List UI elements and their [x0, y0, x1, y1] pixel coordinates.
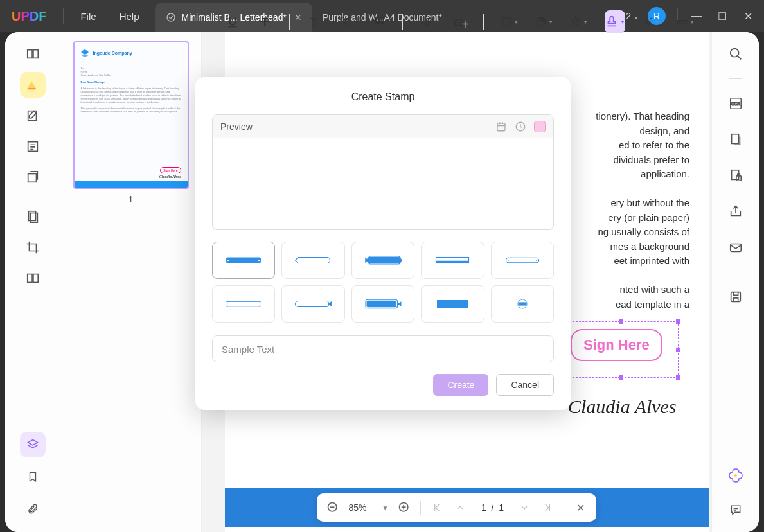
- right-toolbar: OCR: [711, 32, 759, 532]
- textbox-button[interactable]: T: [338, 13, 353, 31]
- email-button[interactable]: [723, 235, 749, 260]
- layers-button[interactable]: [20, 432, 46, 457]
- stamp-shape-2[interactable]: [281, 242, 344, 279]
- zoom-level[interactable]: 85%▼: [349, 502, 389, 513]
- first-page-button[interactable]: [430, 501, 444, 515]
- svg-rect-38: [506, 258, 538, 263]
- thumbnail-page-number: 1: [67, 194, 195, 204]
- prev-page-button[interactable]: [453, 501, 467, 515]
- eraser-button[interactable]: [451, 13, 466, 31]
- stamp-shape-grid: [212, 242, 554, 323]
- svg-rect-7: [27, 274, 31, 283]
- stamp-shape-3[interactable]: [351, 242, 414, 279]
- svg-text:T: T: [344, 19, 348, 26]
- close-button[interactable]: ✕: [736, 6, 760, 26]
- shape-button[interactable]: ▼: [501, 13, 519, 31]
- svg-rect-8: [33, 274, 37, 283]
- zoom-out-button[interactable]: [326, 501, 340, 515]
- divider: [26, 197, 39, 197]
- underline-button[interactable]: [225, 13, 240, 31]
- zoom-in-button[interactable]: [397, 501, 411, 515]
- svg-rect-17: [730, 244, 741, 252]
- svg-point-11: [730, 49, 738, 57]
- signature-button[interactable]: ▼: [642, 13, 660, 31]
- stamp-shape-9[interactable]: [421, 285, 484, 323]
- svg-rect-14: [731, 134, 738, 144]
- svg-point-39: [508, 260, 509, 261]
- cancel-button[interactable]: Cancel: [496, 374, 554, 396]
- stamp-text-input[interactable]: [212, 335, 554, 362]
- svg-point-19: [734, 474, 737, 477]
- attachment-button[interactable]: [20, 496, 46, 522]
- app-logo: UPDF: [12, 9, 46, 24]
- svg-rect-46: [366, 301, 396, 308]
- reader-tool[interactable]: [20, 41, 46, 67]
- last-page-button[interactable]: [540, 501, 555, 515]
- ai-button[interactable]: [723, 463, 749, 488]
- strikethrough-button[interactable]: T: [257, 13, 272, 31]
- search-button[interactable]: [723, 41, 749, 67]
- divider: [63, 8, 64, 24]
- pages-tool[interactable]: [20, 204, 46, 229]
- ocr-button[interactable]: OCR: [723, 91, 749, 116]
- page-indicator[interactable]: 1 / 1: [476, 502, 508, 513]
- svg-point-40: [536, 260, 537, 261]
- next-page-button[interactable]: [517, 501, 531, 515]
- stamp-shape-4[interactable]: [421, 242, 484, 279]
- menu-file[interactable]: File: [69, 7, 107, 26]
- edit-tool[interactable]: [20, 103, 46, 129]
- crop-tool[interactable]: [20, 235, 46, 260]
- ruler-button[interactable]: ▼: [677, 13, 695, 31]
- stamp-shape-1[interactable]: [212, 242, 275, 279]
- save-button[interactable]: [723, 284, 749, 310]
- create-button[interactable]: Create: [433, 374, 488, 396]
- svg-rect-1: [27, 88, 35, 90]
- svg-point-43: [260, 301, 261, 302]
- svg-point-33: [227, 260, 229, 261]
- share-button[interactable]: [723, 199, 749, 224]
- svg-rect-27: [502, 18, 510, 26]
- divider: [729, 272, 742, 272]
- pin-button[interactable]: ▼: [570, 13, 588, 31]
- comment-button[interactable]: [723, 497, 749, 523]
- svg-rect-48: [437, 300, 468, 308]
- highlight-tool[interactable]: [20, 72, 46, 98]
- text-button[interactable]: T: [306, 13, 321, 31]
- create-stamp-dialog: Create Stamp Preview Create Cancel: [195, 77, 571, 410]
- svg-rect-18: [731, 292, 740, 302]
- stamp-shape-8[interactable]: [351, 285, 414, 323]
- calendar-icon[interactable]: [495, 121, 507, 132]
- form-tool[interactable]: [20, 134, 46, 159]
- stamp-shape-6[interactable]: [212, 285, 275, 323]
- stamp-shape-10[interactable]: [491, 285, 554, 323]
- pencil-button[interactable]: [420, 13, 435, 31]
- svg-rect-4: [28, 174, 36, 182]
- close-nav-button[interactable]: ✕: [573, 501, 587, 515]
- compare-tool[interactable]: [20, 265, 46, 291]
- organize-tool[interactable]: [20, 164, 46, 190]
- clock-icon[interactable]: [515, 121, 526, 132]
- stamp-shape-5[interactable]: [491, 242, 554, 279]
- thumbnail-panel: Ingoude Company ToNameStreet Address, Ci…: [60, 32, 202, 532]
- dialog-title: Create Stamp: [212, 91, 554, 103]
- svg-rect-29: [678, 21, 688, 24]
- sticker-button[interactable]: ▼: [535, 13, 553, 31]
- convert-button[interactable]: [723, 127, 749, 152]
- svg-rect-50: [518, 302, 526, 305]
- protect-button[interactable]: [723, 163, 749, 188]
- stamp-shape-7[interactable]: [281, 285, 344, 323]
- maximize-button[interactable]: ☐: [710, 6, 734, 26]
- color-swatch[interactable]: [534, 121, 546, 132]
- stamp-button[interactable]: ▼: [605, 10, 625, 33]
- svg-rect-37: [436, 261, 469, 263]
- sign-here-stamp[interactable]: Sign Here: [571, 329, 662, 361]
- menu-help[interactable]: Help: [108, 7, 151, 26]
- divider: [729, 78, 742, 79]
- thumb-body-text: ToNameStreet Address, City St Zip Dear N…: [75, 64, 188, 116]
- bookmark-button[interactable]: [20, 464, 46, 490]
- callout-button[interactable]: [370, 13, 386, 31]
- svg-point-44: [227, 306, 228, 307]
- svg-point-45: [260, 306, 261, 307]
- page-thumbnail[interactable]: Ingoude Company ToNameStreet Address, Ci…: [73, 41, 189, 189]
- page-nav-bar: 85%▼ 1 / 1 ✕: [317, 493, 597, 522]
